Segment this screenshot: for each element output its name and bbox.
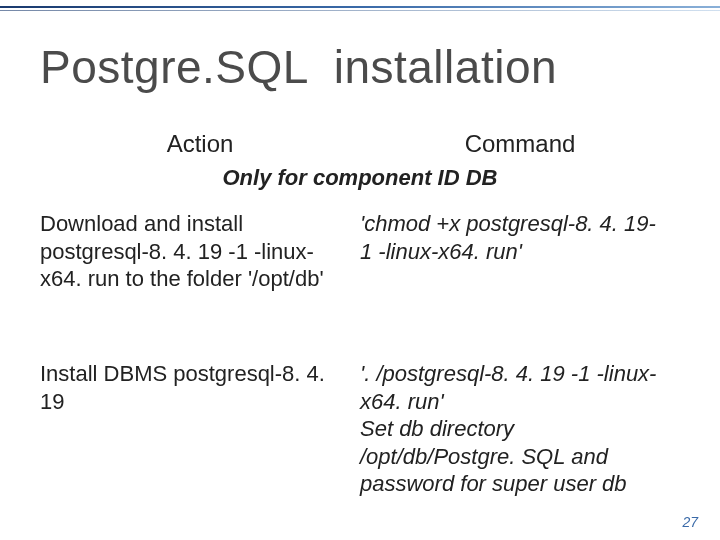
cell-command: '. /postgresql-8. 4. 19 -1 -linux-x64. r…	[360, 360, 680, 498]
table-row: Install DBMS postgresql-8. 4. 19 '. /pos…	[40, 360, 680, 498]
column-header-action: Action	[40, 130, 360, 158]
column-header-command: Command	[360, 130, 680, 158]
section-subtitle: Only for component ID DB	[0, 165, 720, 191]
cell-action: Download and install postgresql-8. 4. 19…	[40, 210, 360, 293]
cell-command: 'chmod +x postgresql-8. 4. 19-1 -linux-x…	[360, 210, 680, 293]
page-number: 27	[682, 514, 698, 530]
table-headers: Action Command	[40, 130, 680, 158]
table-row: Download and install postgresql-8. 4. 19…	[40, 210, 680, 293]
accent-line-1	[0, 6, 720, 8]
cell-action: Install DBMS postgresql-8. 4. 19	[40, 360, 360, 498]
slide-title: Postgre.SQL installation	[40, 40, 557, 94]
slide-top-accent	[0, 0, 720, 14]
accent-line-2	[0, 10, 720, 11]
